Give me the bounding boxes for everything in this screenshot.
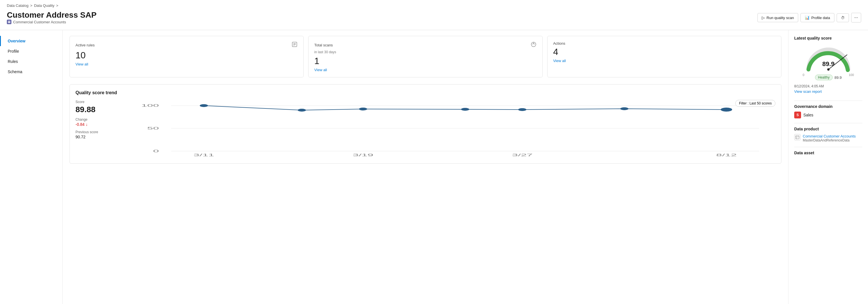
score-value: 89.88 (75, 105, 115, 114)
filter-button[interactable]: Filter : Last 50 scores (735, 100, 775, 107)
header: Data Catalog > Data Quality > Customer A… (0, 0, 868, 30)
domain-row: S Sales (794, 111, 862, 119)
trend-stats: Score 89.88 Change -0.84 ↓ Previous scor… (75, 100, 115, 158)
dp-info: Commercial Customer Accounts MasterDataA… (803, 134, 856, 142)
app-container: Data Catalog > Data Quality > Customer A… (0, 0, 868, 304)
svg-text:3/11: 3/11 (193, 153, 214, 157)
card-title-rules: Active rules (75, 41, 298, 49)
change-label: Change (75, 117, 115, 122)
data-product-row: Commercial Customer Accounts MasterDataA… (794, 134, 862, 142)
trend-title: Quality score trend (75, 90, 775, 95)
dp-sub: MasterDataAndReferenceData (803, 138, 856, 142)
total-scans-number: 1 (314, 56, 536, 66)
divider-3 (794, 147, 862, 147)
scans-subtitle: in last 30 days (314, 50, 536, 54)
run-quality-scan-button[interactable]: ▷ Run quality scan (757, 13, 798, 22)
svg-rect-0 (8, 21, 9, 22)
gauge-section: Latest quality score 89.9 (794, 36, 862, 94)
gauge-labels: 0 100 (803, 73, 854, 76)
total-scans-card: Total scans in last 30 days 1 View all (308, 36, 542, 77)
page-title: Customer Address SAP (7, 10, 97, 20)
trend-content: Score 89.88 Change -0.84 ↓ Previous scor… (75, 100, 775, 158)
actions-view-all[interactable]: View all (553, 59, 566, 63)
domain-badge: S (794, 111, 801, 119)
active-rules-number: 10 (75, 50, 298, 61)
sidebar-nav: Overview Profile Rules Schema (0, 30, 63, 304)
nav-item-rules[interactable]: Rules (0, 56, 62, 67)
divider-1 (794, 100, 862, 101)
svg-point-23 (461, 108, 469, 111)
gauge-container: 89.9 0 100 Healthy 89.9 (794, 44, 862, 82)
svg-point-26 (721, 108, 731, 111)
svg-text:0: 0 (153, 149, 159, 153)
svg-text:8/12: 8/12 (716, 153, 737, 157)
scans-icon (530, 41, 537, 49)
svg-point-25 (620, 107, 628, 110)
right-panel: Latest quality score 89.9 (788, 30, 868, 304)
svg-rect-1 (9, 21, 10, 22)
svg-point-24 (518, 108, 526, 111)
card-title-rules-text: Active rules (75, 43, 95, 47)
prev-label: Previous score (75, 130, 115, 134)
view-scan-report-link[interactable]: View scan report (794, 89, 862, 94)
header-actions: ▷ Run quality scan 📊 Profile data ⏱ ··· (757, 13, 861, 23)
card-title-actions: Actions (553, 41, 775, 45)
card-title-scans-text: Total scans (314, 43, 333, 47)
domain-name: Sales (803, 113, 813, 117)
change-value: -0.84 ↓ (75, 122, 115, 127)
rules-icon (291, 41, 298, 49)
gauge-svg: 89.9 (803, 44, 854, 72)
svg-text:100: 100 (141, 103, 159, 107)
title-area: Customer Address SAP Commercial Customer… (7, 10, 97, 28)
active-rules-view-all[interactable]: View all (75, 62, 88, 66)
data-asset-title: Data asset (794, 150, 862, 155)
main-layout: Overview Profile Rules Schema Active rul… (0, 30, 868, 304)
breadcrumb-data-catalog[interactable]: Data Catalog (7, 3, 29, 8)
actions-card: Actions 4 View all (547, 36, 781, 77)
score-label: Score (75, 100, 115, 104)
gauge-wrap: 89.9 0 100 (803, 44, 854, 72)
svg-point-20 (200, 104, 208, 107)
run-quality-scan-label: Run quality scan (767, 16, 794, 20)
governance-domain-title: Governance domain (794, 104, 862, 109)
breadcrumb-data-quality[interactable]: Data Quality (34, 3, 54, 8)
svg-point-21 (298, 109, 306, 111)
card-title-scans: Total scans (314, 41, 536, 49)
chart-area: Filter : Last 50 scores 100 50 0 (122, 100, 775, 158)
svg-rect-30 (796, 135, 799, 139)
dp-link[interactable]: Commercial Customer Accounts (803, 134, 856, 138)
play-icon: ▷ (762, 15, 765, 20)
nav-item-schema[interactable]: Schema (0, 67, 62, 77)
nav-item-profile[interactable]: Profile (0, 46, 62, 56)
data-product-title: Data product (794, 127, 862, 131)
table-icon (7, 20, 11, 24)
history-icon: ⏱ (841, 16, 845, 20)
actions-number: 4 (553, 47, 775, 57)
gauge-min: 0 (803, 73, 804, 76)
page-title-row: Customer Address SAP Commercial Customer… (7, 10, 861, 28)
chart-icon: 📊 (805, 15, 810, 20)
svg-text:3/27: 3/27 (512, 153, 533, 157)
svg-rect-2 (8, 22, 9, 23)
gauge-max: 100 (849, 73, 854, 76)
page-subtitle: Commercial Customer Accounts (7, 20, 97, 24)
more-button[interactable]: ··· (851, 13, 861, 23)
nav-item-overview[interactable]: Overview (0, 36, 62, 46)
card-title-actions-text: Actions (553, 41, 565, 45)
trend-section: Quality score trend Score 89.88 Change -… (69, 84, 781, 164)
history-button[interactable]: ⏱ (837, 13, 849, 22)
profile-data-button[interactable]: 📊 Profile data (801, 13, 834, 22)
dp-icon (794, 134, 801, 140)
svg-point-29 (827, 68, 830, 71)
svg-text:3/19: 3/19 (353, 153, 373, 157)
trend-chart: 100 50 0 3/11 3/19 3/27 8/12 (122, 100, 775, 157)
total-scans-view-all[interactable]: View all (314, 68, 327, 72)
svg-point-22 (359, 108, 367, 110)
breadcrumb: Data Catalog > Data Quality > (7, 3, 861, 8)
prev-value: 90.72 (75, 135, 115, 139)
svg-rect-3 (9, 22, 10, 23)
breadcrumb-sep-1: > (30, 3, 32, 8)
cards-row: Active rules 10 View all (69, 36, 781, 77)
subtitle-text: Commercial Customer Accounts (13, 20, 66, 24)
active-rules-card: Active rules 10 View all (69, 36, 304, 77)
